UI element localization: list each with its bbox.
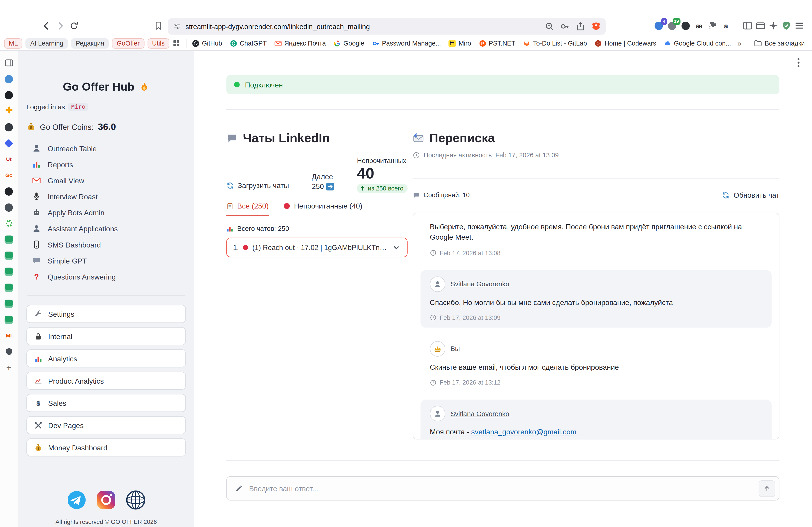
bookmark-miro[interactable]: Miro — [449, 40, 471, 47]
sidebar-item-outreach-table[interactable]: Outreach Table — [26, 140, 186, 156]
pager-label: Далее — [312, 172, 334, 182]
sales-button[interactable]: $Sales — [26, 394, 186, 412]
right-arrow-icon[interactable] — [327, 183, 334, 191]
bookmark-password-manage[interactable]: Password Manage... — [372, 40, 441, 47]
bookmarks-overflow-button[interactable]: » — [737, 39, 742, 48]
message-author[interactable]: Svitlana Govorenko — [450, 410, 509, 418]
back-button[interactable] — [40, 21, 52, 32]
telegram-link-icon[interactable] — [67, 490, 86, 510]
kebab-menu-icon[interactable] — [793, 58, 804, 68]
extension-dark-icon[interactable] — [681, 21, 691, 31]
question-mark-icon: ? — [32, 272, 41, 281]
tab-favicon-dark-3[interactable] — [0, 199, 18, 215]
message-timestamp: Feb 17, 2026 at 13:08 — [430, 249, 763, 257]
tab-favicon-black[interactable] — [0, 87, 18, 103]
reader-a-icon[interactable]: a — [721, 21, 731, 31]
chat-select[interactable]: 1. (1) Reach out · 17.02 | 1gGAMbPlULKTn… — [226, 238, 408, 257]
tab-label-ut[interactable]: Ut — [0, 151, 18, 167]
extension-tabs-icon[interactable]: 19 — [667, 21, 677, 31]
panel-toggle-icon[interactable] — [0, 55, 18, 71]
sidebar-item-apply-bots-admin[interactable]: Apply Bots Admin — [26, 205, 186, 221]
internal-button[interactable]: Internal — [26, 327, 186, 345]
share-icon[interactable] — [576, 21, 585, 31]
all-bookmarks-button[interactable]: Все закладки — [754, 40, 805, 47]
tab-label-gc[interactable]: Gc — [0, 167, 18, 183]
tab-favicon-blue-diamond[interactable] — [0, 135, 18, 151]
pinned-tab-gooffer[interactable]: GoOffer — [112, 38, 144, 48]
sidebar-item-gmail-view[interactable]: Gmail View — [26, 172, 186, 189]
pinned-tab-utils[interactable]: Utils — [147, 38, 169, 48]
tab-favicon-dark[interactable] — [0, 119, 18, 135]
reload-button[interactable] — [68, 21, 80, 32]
new-tab-icon[interactable]: + — [0, 360, 18, 376]
tab-favicon-orange-star[interactable] — [0, 103, 18, 119]
bookmark-яндекс-почта[interactable]: Яндекс Почта — [275, 40, 326, 47]
bookmark-to-do-list-gitlab[interactable]: To-Do List - GitLab — [523, 40, 587, 47]
tab-favicon-dark-2[interactable] — [0, 183, 18, 199]
sidebar-panel-icon[interactable] — [742, 21, 752, 31]
message-author[interactable]: Svitlana Govorenko — [450, 280, 509, 288]
brave-shield-icon[interactable] — [591, 21, 601, 31]
email-link[interactable]: svetlana_govorenko@gmail.com — [471, 427, 577, 436]
tab-favicon-sheets-4[interactable] — [0, 280, 18, 296]
website-globe-link-icon[interactable] — [126, 490, 145, 510]
tab-favicon-blue[interactable] — [0, 71, 18, 87]
extension-ae-icon[interactable]: æ — [694, 21, 705, 31]
settings-button[interactable]: Settings — [26, 305, 186, 323]
bookmark-google[interactable]: Google — [334, 40, 364, 47]
grid-icon[interactable] — [172, 40, 180, 47]
adguard-shield-icon[interactable] — [782, 21, 792, 31]
load-chats-button[interactable]: Загрузить чаты — [226, 181, 289, 190]
shield-tab-icon[interactable] — [0, 344, 18, 360]
zoom-out-icon[interactable] — [545, 21, 554, 31]
bookmark-pst-net[interactable]: PST.NET — [479, 40, 516, 47]
send-button[interactable] — [758, 480, 775, 497]
tab-favicon-sheets-5[interactable] — [0, 296, 18, 312]
key-icon[interactable] — [560, 21, 569, 31]
forward-button[interactable] — [55, 21, 66, 32]
url-bar[interactable]: streamlit-app-dygv.onrender.com/linkedin… — [168, 18, 606, 34]
sidebar-item-label: Outreach Table — [47, 144, 97, 153]
sidebar-item-assistant-applications[interactable]: Assistant Applications — [26, 221, 186, 237]
github-icon — [192, 40, 199, 47]
line-chart-icon — [34, 377, 43, 385]
sidebar-item-interview-roast[interactable]: Interview Roast — [26, 189, 186, 205]
sidebar-item-questions-answering[interactable]: ?Questions Answering — [26, 269, 186, 285]
bookmark-github[interactable]: GitHub — [192, 40, 222, 47]
dev-pages-button[interactable]: Dev Pages — [26, 416, 186, 434]
chat-input[interactable] — [248, 484, 754, 493]
menu-icon[interactable] — [794, 21, 804, 31]
refresh-chat-button[interactable]: Обновить чат — [722, 191, 779, 199]
chat-history[interactable]: Выберите, пожалуйста, удобное время. Пос… — [413, 213, 779, 439]
site-info-icon[interactable] — [173, 22, 182, 31]
tab-favicon-sheets-2[interactable] — [0, 247, 18, 264]
extension-bird-icon[interactable]: 4 — [653, 21, 664, 31]
tab-favicon-sheets-3[interactable] — [0, 264, 18, 280]
metric-delta: из 250 всего — [357, 184, 408, 193]
bookmark-google-cloud-con[interactable]: Google Cloud con... — [664, 40, 731, 47]
extensions-puzzle-icon[interactable] — [707, 21, 718, 31]
pinned-tab-редакция[interactable]: Редакция — [71, 38, 109, 48]
tab-непрочитанные-40[interactable]: Непрочитанные (40) — [283, 202, 362, 216]
wallet-icon[interactable] — [756, 21, 766, 31]
tab-все-250[interactable]: Все (250) — [226, 202, 269, 216]
tab-favicon-sheets-1[interactable] — [0, 231, 18, 247]
tab-favicon-sheets-6[interactable] — [0, 312, 18, 328]
bar-chart-icon — [32, 160, 41, 169]
sidebar-item-sms-dashboard[interactable]: SMS Dashboard — [26, 237, 186, 253]
sidebar-item-reports[interactable]: Reports — [26, 156, 186, 172]
tab-favicon-gear[interactable] — [0, 215, 18, 231]
pinned-tab-ml[interactable]: ML — [4, 38, 22, 48]
instagram-link-icon[interactable] — [96, 490, 116, 510]
tab-label-mi[interactable]: MI — [0, 328, 18, 344]
analytics-button[interactable]: Analytics — [26, 349, 186, 367]
product-analytics-button[interactable]: Product Analytics — [26, 372, 186, 390]
sidebar-item-simple-gpt[interactable]: Simple GPT — [26, 253, 186, 269]
status-banner: Подключен — [226, 75, 779, 94]
money-dashboard-button[interactable]: $Money Dashboard — [26, 438, 186, 456]
sparkle-icon[interactable] — [768, 21, 778, 31]
bookmark-chatgpt[interactable]: ChatGPT — [230, 40, 266, 47]
bookmark-button[interactable] — [153, 21, 164, 32]
bookmark-home-codewars[interactable]: Home | Codewars — [595, 40, 656, 47]
pinned-tab-ai-learning[interactable]: AI Learning — [26, 38, 68, 48]
